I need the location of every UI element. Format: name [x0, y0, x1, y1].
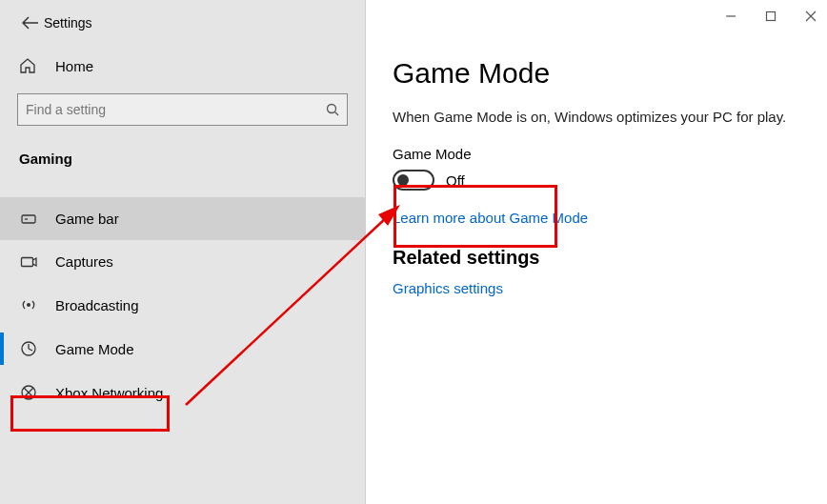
- svg-point-0: [328, 105, 336, 113]
- sidebar-item-xbox-networking[interactable]: Xbox Networking: [0, 371, 365, 414]
- game-mode-icon: [19, 340, 38, 357]
- sidebar-item-label: Captures: [55, 253, 113, 270]
- page-title: Game Mode: [393, 57, 800, 90]
- sidebar-item-label: Game bar: [55, 211, 119, 227]
- svg-rect-4: [22, 257, 33, 266]
- sidebar-item-label: Game Mode: [55, 341, 134, 357]
- broadcasting-icon: [19, 296, 38, 313]
- sidebar-item-game-bar[interactable]: Game bar: [0, 197, 365, 240]
- svg-rect-2: [22, 215, 35, 223]
- sidebar-item-label: Broadcasting: [55, 297, 139, 313]
- content-pane: Game Mode When Game Mode is on, Windows …: [366, 0, 827, 504]
- window-controls: [722, 8, 819, 25]
- search-input[interactable]: [26, 102, 326, 117]
- xbox-icon: [19, 384, 38, 401]
- search-icon: [326, 103, 339, 116]
- game-mode-label: Game Mode: [393, 146, 800, 162]
- minimize-button[interactable]: [722, 8, 739, 25]
- related-settings-heading: Related settings: [393, 247, 800, 269]
- sidebar-item-captures[interactable]: Captures: [0, 240, 365, 283]
- game-mode-setting: Game Mode Off: [393, 146, 800, 191]
- sidebar-header: Settings: [0, 0, 365, 46]
- category-header: Gaming: [0, 137, 365, 176]
- svg-point-5: [27, 303, 30, 307]
- settings-sidebar: Settings Home Gaming: [0, 0, 366, 504]
- game-mode-toggle[interactable]: [393, 170, 434, 191]
- close-button[interactable]: [802, 8, 819, 25]
- back-button[interactable]: [17, 10, 44, 36]
- search-box[interactable]: [17, 93, 348, 126]
- toggle-state-text: Off: [446, 172, 465, 189]
- page-description: When Game Mode is on, Windows optimizes …: [393, 107, 800, 127]
- sidebar-item-label: Xbox Networking: [55, 385, 163, 401]
- home-icon: [19, 57, 38, 74]
- home-label: Home: [55, 58, 93, 74]
- maximize-button[interactable]: [762, 8, 779, 25]
- sidebar-item-broadcasting[interactable]: Broadcasting: [0, 283, 365, 327]
- home-nav[interactable]: Home: [0, 46, 365, 86]
- captures-icon: [19, 255, 38, 269]
- learn-more-link[interactable]: Learn more about Game Mode: [393, 210, 588, 226]
- graphics-settings-link[interactable]: Graphics settings: [393, 280, 503, 296]
- sidebar-item-game-mode[interactable]: Game Mode: [0, 327, 365, 371]
- game-bar-icon: [19, 212, 38, 226]
- svg-rect-9: [767, 12, 776, 21]
- svg-line-1: [335, 112, 339, 116]
- settings-title: Settings: [44, 15, 92, 30]
